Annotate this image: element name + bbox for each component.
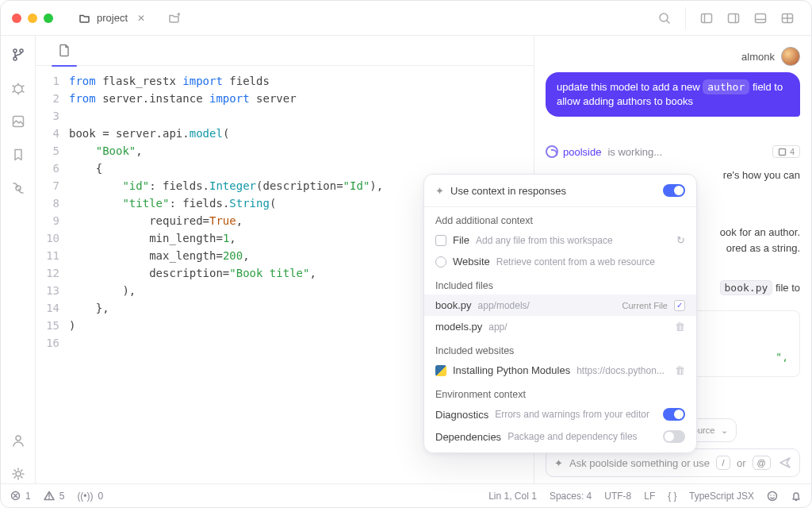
user-message-code: author — [703, 79, 749, 94]
status-notifications-button[interactable] — [791, 491, 802, 502]
activity-bar — [1, 36, 36, 483]
minimize-window-button[interactable] — [28, 13, 37, 23]
popover-header: ✦Use context in responses — [424, 175, 696, 207]
chat-input-placeholder: Ask poolside something or use — [569, 457, 710, 469]
search-button[interactable] — [652, 7, 677, 29]
svg-rect-3 — [756, 13, 766, 22]
new-tab-button[interactable] — [161, 7, 186, 29]
included-file-2-path: app/ — [488, 321, 507, 333]
at-key-hint: @ — [753, 456, 771, 470]
panel-left-button[interactable] — [694, 7, 719, 29]
warning-icon — [44, 491, 55, 501]
status-encoding[interactable]: UTF-8 — [604, 491, 631, 502]
source-control-button[interactable] — [9, 45, 28, 64]
svg-rect-13 — [779, 148, 785, 155]
bookmarks-button[interactable] — [9, 145, 28, 164]
maximize-window-button[interactable] — [44, 13, 53, 23]
trash-icon[interactable]: 🗑 — [675, 321, 685, 333]
add-file-row[interactable]: File Add any file from this workspace ↻ — [424, 229, 696, 251]
editor-tab-strip — [36, 36, 534, 66]
titlebar: project ✕ — [1, 1, 811, 36]
close-window-button[interactable] — [12, 13, 21, 23]
bug-icon — [11, 81, 25, 95]
reader-button[interactable] — [9, 112, 28, 131]
slash-key-hint: / — [716, 456, 730, 470]
close-tab-icon[interactable]: ✕ — [137, 13, 145, 24]
bell-icon — [791, 491, 802, 502]
add-website-hint: Retrieve content from a web resource — [496, 256, 655, 267]
sparkle-icon: ✦ — [435, 185, 444, 197]
svg-point-8 — [14, 85, 22, 93]
refresh-icon[interactable]: ↻ — [676, 234, 685, 246]
status-errors[interactable]: 1 — [10, 491, 31, 502]
editor-tab-file[interactable] — [48, 36, 80, 66]
broadcast-icon: ((•)) — [77, 491, 93, 502]
add-file-label: File — [453, 234, 469, 246]
folder-icon — [79, 12, 90, 24]
dependencies-hint: Package and dependency files — [508, 431, 637, 442]
svg-point-12 — [16, 471, 21, 476]
status-broadcast[interactable]: ((•)) 0 — [77, 491, 103, 502]
diagnostics-hint: Errors and warnings from your editor — [495, 409, 649, 420]
svg-rect-1 — [702, 13, 712, 22]
status-warnings[interactable]: 5 — [44, 491, 65, 502]
context-popover: ✦Use context in responses Add additional… — [423, 174, 697, 453]
status-cursor-pos[interactable]: Lin 1, Col 1 — [488, 491, 537, 502]
trash-icon[interactable]: 🗑 — [675, 364, 685, 376]
add-website-row[interactable]: Website Retrieve content from a web reso… — [424, 251, 696, 272]
file-icon — [778, 148, 787, 156]
smile-icon — [767, 491, 778, 502]
account-button[interactable] — [9, 431, 28, 450]
add-file-hint: Add any file from this workspace — [476, 235, 613, 246]
sparkle-icon: ✦ — [554, 457, 563, 469]
add-context-title: Add additional context — [424, 207, 696, 229]
status-eol[interactable]: LF — [644, 491, 655, 502]
env-context-title: Environment context — [424, 381, 696, 403]
included-websites-title: Included websites — [424, 337, 696, 360]
status-feedback-button[interactable] — [767, 491, 778, 502]
avatar[interactable] — [781, 47, 800, 66]
gear-icon — [11, 467, 25, 481]
assistant-header: poolside is working... 4 — [546, 145, 800, 158]
dependencies-row: Dependencies Package and dependency file… — [424, 425, 696, 452]
brand-icon — [546, 145, 558, 158]
chat-username: almonk — [741, 51, 775, 63]
assistant-status: is working... — [607, 146, 662, 158]
panel-left-icon — [700, 13, 713, 24]
window-controls — [12, 13, 53, 23]
included-file-1[interactable]: book.py app/models/ Current File ✓ — [424, 294, 696, 316]
remote-button[interactable] — [9, 179, 28, 198]
user-message-bubble: update this model to add a new author fi… — [546, 72, 800, 117]
diagnostics-row: Diagnostics Errors and warnings from you… — [424, 403, 696, 425]
included-file-2[interactable]: models.py app/ 🗑 — [424, 316, 696, 337]
status-indent[interactable]: Spaces: 4 — [550, 491, 592, 502]
included-site-1-name: Installing Python Modules — [453, 364, 570, 376]
dependencies-toggle[interactable] — [663, 430, 685, 443]
settings-button[interactable] — [9, 464, 28, 483]
project-tab[interactable]: project ✕ — [71, 9, 153, 27]
new-tab-icon — [168, 12, 180, 24]
panel-bottom-button[interactable] — [748, 7, 773, 29]
branch-icon — [11, 48, 25, 62]
panel-layout-group — [685, 7, 800, 29]
debug-button[interactable] — [9, 79, 28, 98]
current-file-badge: Current File — [622, 301, 668, 310]
panel-grid-icon — [781, 13, 794, 24]
included-site-1[interactable]: Installing Python Modules https://docs.p… — [424, 360, 696, 381]
satellite-icon — [11, 181, 25, 195]
send-icon[interactable] — [779, 456, 791, 469]
popover-title: Use context in responses — [450, 185, 566, 197]
diagnostics-label: Diagnostics — [435, 409, 488, 421]
svg-rect-2 — [729, 13, 739, 22]
use-context-toggle[interactable] — [663, 184, 685, 197]
svg-point-11 — [16, 436, 21, 441]
line-gutter: 12345678910111213141516 — [36, 72, 69, 483]
panel-right-button[interactable] — [721, 7, 746, 29]
diagnostics-toggle[interactable] — [663, 408, 685, 421]
status-language[interactable]: { } TypeScript JSX — [668, 491, 754, 502]
assistant-resources-badge[interactable]: 4 — [772, 145, 800, 158]
panel-grid-button[interactable] — [775, 7, 800, 29]
included-file-2-name: models.py — [435, 321, 482, 333]
search-icon — [658, 12, 671, 25]
included-file-1-checkbox[interactable]: ✓ — [674, 300, 685, 311]
